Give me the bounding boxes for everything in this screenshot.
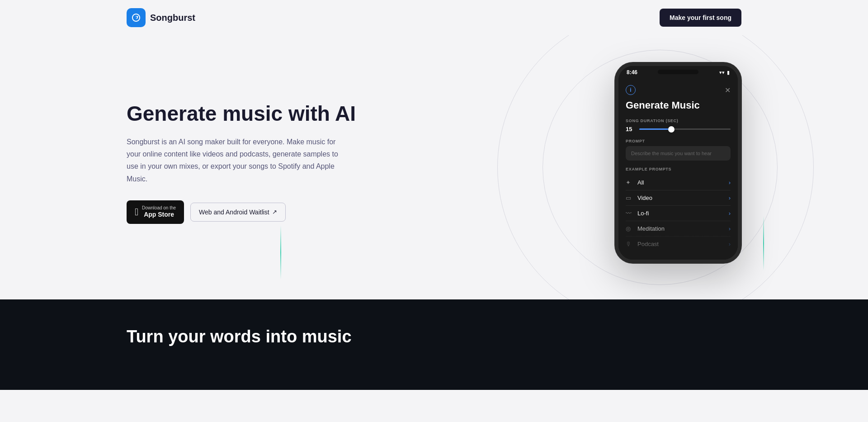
phone-status-icons: ▾▾ ▮	[719, 70, 730, 76]
example-item-icon: ✦	[626, 179, 633, 186]
phone-screen: i ✕ Generate Music SONG DURATION (SEC) 1…	[618, 79, 738, 260]
phone-generate-title: Generate Music	[626, 100, 731, 111]
hero-section: Generate music with AI Songburst is an A…	[0, 35, 868, 299]
example-prompts-label: EXAMPLE PROMPTS	[626, 167, 731, 171]
phone-screen-header: i ✕	[626, 85, 731, 95]
phone-info-icon: i	[626, 85, 636, 95]
logo-area: Songburst	[127, 8, 195, 27]
example-item-label: Video	[637, 194, 652, 201]
example-item[interactable]: ◎ Meditation ›	[626, 221, 731, 237]
example-item-label: Lo-fi	[637, 210, 649, 217]
example-prompts-list: ✦ All › ▭ Video › 〰 Lo-fi › ◎ Meditation…	[626, 175, 731, 251]
dark-section: Turn your words into music	[0, 299, 868, 390]
slider-fill	[639, 128, 671, 130]
song-duration-label: SONG DURATION (SEC)	[626, 119, 731, 123]
apple-icon: 	[135, 207, 138, 217]
slider-track[interactable]	[639, 128, 731, 130]
example-item-label: All	[637, 179, 644, 186]
example-item-label: Podcast	[637, 241, 659, 247]
hero-content: Generate music with AI Songburst is an A…	[127, 102, 356, 224]
logo-text: Songburst	[150, 13, 195, 23]
waitlist-label: Web and Android Waitlist	[199, 209, 269, 216]
example-item-left: ✦ All	[626, 179, 644, 186]
phone-mockup-container: 8:46 ▾▾ ▮ i ✕ Generate Music SONG DURATI…	[615, 62, 741, 263]
phone-time: 8:46	[627, 69, 637, 76]
dark-section-title: Turn your words into music	[127, 327, 352, 347]
phone-pill	[658, 70, 698, 74]
app-store-text: Download on the App Store	[142, 206, 176, 218]
teal-line-right	[763, 216, 764, 270]
external-link-icon: ↗	[272, 209, 277, 215]
example-item-left: ▭ Video	[626, 194, 652, 201]
slider-value: 15	[626, 126, 635, 133]
example-item[interactable]: 🎙 Podcast ›	[626, 237, 731, 251]
waitlist-button[interactable]: Web and Android Waitlist ↗	[190, 203, 286, 222]
app-store-small-text: Download on the	[142, 206, 176, 210]
app-store-button[interactable]:  Download on the App Store	[127, 200, 184, 224]
slider-thumb[interactable]	[668, 126, 675, 133]
logo-icon	[127, 8, 146, 27]
example-item-icon: ◎	[626, 225, 633, 232]
prompt-input[interactable]: Describe the music you want to hear	[626, 146, 731, 161]
phone-status-bar: 8:46 ▾▾ ▮	[618, 66, 738, 79]
example-item-chevron: ›	[729, 225, 731, 232]
make-first-song-button[interactable]: Make your first song	[660, 9, 741, 27]
hero-description: Songburst is an AI song maker built for …	[127, 136, 344, 185]
teal-line-left	[280, 225, 281, 280]
phone-mockup: 8:46 ▾▾ ▮ i ✕ Generate Music SONG DURATI…	[615, 62, 741, 263]
wifi-icon: ▾▾	[719, 70, 725, 76]
hero-buttons:  Download on the App Store Web and Andr…	[127, 200, 356, 224]
navbar: Songburst Make your first song	[0, 0, 868, 35]
example-item-left: ◎ Meditation	[626, 225, 665, 232]
example-item-icon: 🎙	[626, 241, 633, 247]
example-item-left: 🎙 Podcast	[626, 241, 659, 247]
example-item-label: Meditation	[637, 225, 665, 232]
example-item-icon: 〰	[626, 210, 633, 217]
songburst-icon	[131, 12, 142, 23]
example-item-chevron: ›	[729, 241, 731, 247]
song-duration-slider[interactable]: 15	[626, 126, 731, 133]
example-item-icon: ▭	[626, 194, 633, 201]
example-item-chevron: ›	[729, 194, 731, 201]
example-item[interactable]: ✦ All ›	[626, 175, 731, 190]
app-store-large-text: App Store	[142, 210, 176, 218]
example-item[interactable]: ▭ Video ›	[626, 190, 731, 206]
phone-close-icon[interactable]: ✕	[725, 86, 731, 95]
prompt-label: PROMPT	[626, 139, 731, 143]
example-item-chevron: ›	[729, 179, 731, 186]
hero-title: Generate music with AI	[127, 102, 356, 126]
example-item[interactable]: 〰 Lo-fi ›	[626, 206, 731, 221]
battery-icon: ▮	[727, 70, 730, 76]
example-item-chevron: ›	[729, 210, 731, 217]
example-item-left: 〰 Lo-fi	[626, 210, 649, 217]
